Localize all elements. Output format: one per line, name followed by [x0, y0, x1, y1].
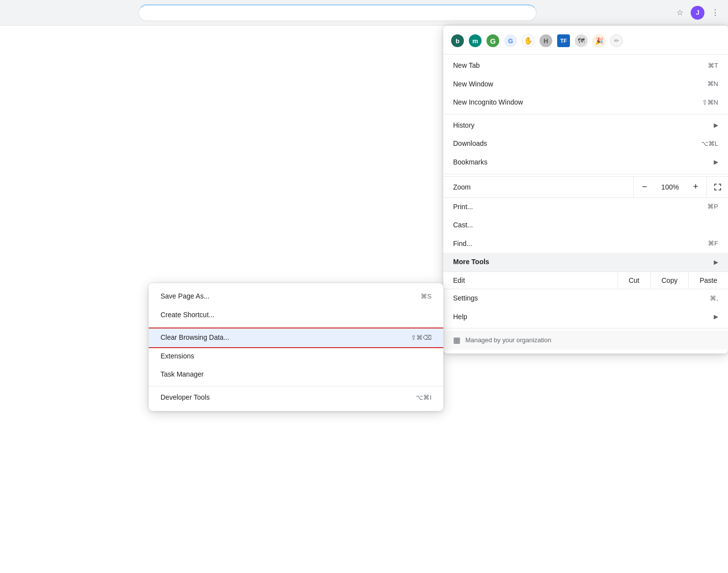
address-bar[interactable] [138, 4, 537, 21]
ext-stop-icon[interactable]: ✋ [522, 34, 535, 47]
bookmark-star-button[interactable]: ☆ [673, 6, 687, 20]
fullscreen-button[interactable] [706, 177, 728, 197]
menu-item-task-manager[interactable]: Task Manager [149, 365, 443, 384]
ext-party-icon[interactable]: 🎉 [593, 34, 605, 47]
paste-button[interactable]: Paste [688, 272, 728, 289]
menu-item-new-incognito[interactable]: New Incognito Window ⇧⌘N [443, 93, 728, 112]
ext-h-icon[interactable]: H [539, 34, 552, 47]
menu-item-more-tools[interactable]: More Tools ▶ [443, 253, 728, 272]
menu-item-find[interactable]: Find... ⌘F [443, 235, 728, 253]
chrome-menu: b m G G ✋ H TF 🗺 🎉 ✏ New Tab ⌘T New Wind… [443, 26, 728, 354]
ext-m-icon[interactable]: m [469, 34, 482, 47]
edit-actions: Cut Copy Paste [618, 272, 728, 289]
chrome-menu-button[interactable]: ⋮ [708, 6, 722, 20]
menu-item-settings[interactable]: Settings ⌘, [443, 289, 728, 308]
copy-button[interactable]: Copy [650, 272, 689, 289]
extensions-toolbar: b m G G ✋ H TF 🗺 🎉 ✏ [443, 29, 728, 55]
menu-item-bookmarks[interactable]: Bookmarks ▶ [443, 153, 728, 172]
zoom-row: Zoom − 100% + [443, 176, 728, 198]
menu-item-clear-browsing[interactable]: Clear Browsing Data... ⇧⌘⌫ [149, 328, 443, 347]
cut-button[interactable]: Cut [618, 272, 650, 289]
svg-rect-3 [720, 184, 721, 186]
zoom-value: 100% [655, 183, 685, 191]
menu-item-create-shortcut[interactable]: Create Shortcut... [149, 306, 443, 325]
menu-divider-2 [443, 174, 728, 174]
svg-rect-7 [720, 188, 721, 191]
svg-rect-1 [714, 184, 715, 186]
menu-item-help[interactable]: Help ▶ [443, 308, 728, 327]
menu-item-cast[interactable]: Cast... [443, 216, 728, 235]
tab-bar [6, 4, 669, 21]
ext-translate-icon[interactable]: G [504, 34, 517, 47]
menu-item-new-tab[interactable]: New Tab ⌘T [443, 56, 728, 75]
zoom-out-button[interactable]: − [634, 177, 655, 197]
more-tools-divider-1 [149, 326, 443, 327]
more-tools-menu: Save Page As... ⌘S Create Shortcut... Cl… [149, 283, 443, 411]
browser-toolbar: ☆ J ⋮ [0, 0, 728, 26]
more-tools-divider-2 [149, 386, 443, 386]
ext-text-icon[interactable]: ✏ [610, 34, 623, 47]
menu-item-downloads[interactable]: Downloads ⌥⌘L [443, 135, 728, 153]
zoom-controls: − 100% + [633, 177, 706, 197]
ext-b-icon[interactable]: b [451, 34, 464, 47]
edit-row: Edit Cut Copy Paste [443, 272, 728, 289]
ext-tf-icon[interactable]: TF [557, 34, 570, 47]
menu-item-extensions[interactable]: Extensions [149, 347, 443, 366]
menu-item-history[interactable]: History ▶ [443, 116, 728, 135]
svg-rect-5 [714, 188, 715, 191]
managed-icon: ▦ [453, 335, 460, 345]
managed-row: ▦ Managed by your organization [443, 330, 728, 350]
menu-divider-1 [443, 114, 728, 114]
ext-map-icon[interactable]: 🗺 [575, 34, 588, 47]
profile-avatar-button[interactable]: J [691, 6, 704, 20]
managed-text: Managed by your organization [465, 336, 551, 344]
zoom-in-button[interactable]: + [685, 177, 706, 197]
menu-item-developer-tools[interactable]: Developer Tools ⌥⌘I [149, 388, 443, 407]
browser-content: b m G G ✋ H TF 🗺 🎉 ✏ New Tab ⌘T New Wind… [0, 26, 728, 573]
ext-grammarly-icon[interactable]: G [486, 34, 499, 47]
menu-item-print[interactable]: Print... ⌘P [443, 198, 728, 217]
menu-divider-3 [443, 328, 728, 328]
menu-item-save-page[interactable]: Save Page As... ⌘S [149, 287, 443, 306]
menu-item-new-window[interactable]: New Window ⌘N [443, 75, 728, 94]
